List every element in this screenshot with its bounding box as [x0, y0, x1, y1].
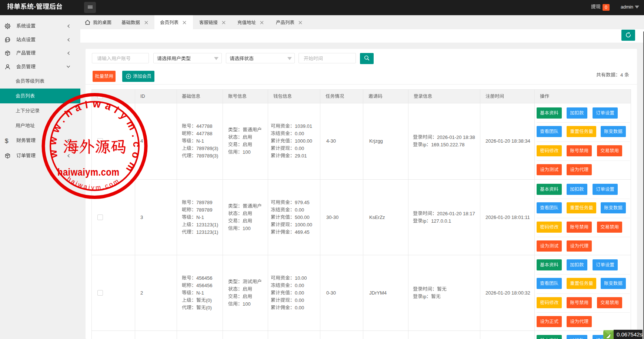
svg-text:haiwaiym.com: haiwaiym.com [57, 166, 120, 178]
svg-text:www.haiwaiym.com: www.haiwaiym.com [47, 98, 143, 177]
